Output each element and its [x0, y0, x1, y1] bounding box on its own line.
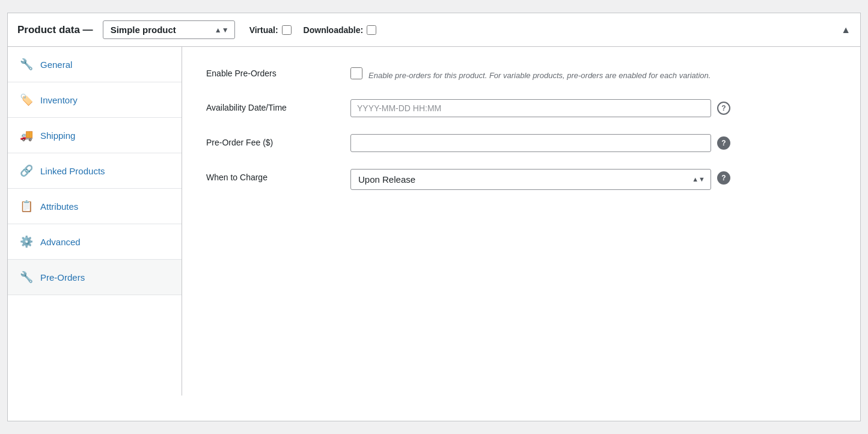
when-to-charge-label: When to Charge [206, 169, 338, 182]
availability-date-input[interactable] [350, 99, 711, 117]
sidebar-item-label-linked-products: Linked Products [40, 166, 105, 176]
pre-order-fee-row: Pre-Order Fee ($) ? [206, 134, 836, 152]
availability-date-field: ? [350, 99, 836, 117]
tag-icon: 🏷️ [20, 93, 33, 106]
sidebar-item-label-inventory: Inventory [40, 95, 78, 105]
pre-order-fee-field: ? [350, 134, 836, 152]
wrench-icon: 🔧 [20, 58, 33, 71]
sidebar-item-label-attributes: Attributes [40, 201, 78, 212]
downloadable-check-label: Downloadable: [304, 25, 377, 35]
main-content: Enable Pre-Orders Enable pre-orders for … [182, 47, 860, 396]
sidebar-item-label-shipping: Shipping [40, 130, 75, 141]
pre-orders-icon: 🔧 [20, 270, 33, 284]
sidebar-item-linked-products[interactable]: 🔗 Linked Products [8, 153, 182, 189]
availability-date-label: Availability Date/Time [206, 99, 338, 112]
sidebar-item-shipping[interactable]: 🚚 Shipping [8, 118, 182, 153]
sidebar-item-general[interactable]: 🔧 General [8, 47, 182, 82]
when-to-charge-select[interactable]: Upon Release Upfront [350, 169, 711, 190]
virtual-label: Virtual: [249, 25, 278, 35]
when-to-charge-help-icon[interactable]: ? [717, 171, 730, 185]
collapse-button[interactable]: ▲ [841, 25, 851, 35]
pre-order-fee-label: Pre-Order Fee ($) [206, 134, 338, 147]
enable-pre-orders-label: Enable Pre-Orders [206, 65, 338, 78]
sidebar-item-advanced[interactable]: ⚙️ Advanced [8, 224, 182, 260]
list-icon: 📋 [20, 200, 33, 213]
sidebar-item-label-advanced: Advanced [40, 237, 81, 247]
collapse-icon: ▲ [841, 25, 851, 35]
enable-pre-orders-description: Enable pre-orders for this product. For … [368, 70, 711, 82]
availability-date-row: Availability Date/Time ? [206, 99, 836, 117]
sidebar: 🔧 General 🏷️ Inventory 🚚 Shipping 🔗 Link… [8, 47, 182, 396]
pre-order-fee-input[interactable] [350, 134, 711, 152]
product-type-select-wrapper[interactable]: Simple product ▲▼ [103, 20, 235, 39]
pre-order-fee-help-icon[interactable]: ? [717, 136, 730, 150]
when-to-charge-select-wrapper[interactable]: Upon Release Upfront ▲▼ [350, 169, 711, 190]
when-to-charge-row: When to Charge Upon Release Upfront ▲▼ ? [206, 169, 836, 190]
link-icon: 🔗 [20, 164, 33, 177]
sidebar-item-pre-orders[interactable]: 🔧 Pre-Orders [8, 260, 182, 295]
virtual-check-label: Virtual: [249, 25, 292, 35]
enable-pre-orders-checkbox[interactable] [350, 67, 362, 79]
sidebar-item-label-general: General [40, 60, 72, 70]
sidebar-item-label-pre-orders: Pre-Orders [40, 272, 85, 283]
sidebar-item-attributes[interactable]: 📋 Attributes [8, 189, 182, 224]
when-to-charge-field: Upon Release Upfront ▲▼ ? [350, 169, 836, 190]
virtual-checkbox[interactable] [282, 25, 292, 35]
availability-date-help-icon[interactable]: ? [717, 102, 730, 115]
truck-icon: 🚚 [20, 129, 33, 142]
product-type-select[interactable]: Simple product [103, 20, 235, 39]
downloadable-label: Downloadable: [304, 25, 364, 35]
enable-pre-orders-field: Enable pre-orders for this product. For … [350, 65, 836, 82]
product-data-title: Product data — [17, 24, 93, 36]
enable-pre-orders-row: Enable Pre-Orders Enable pre-orders for … [206, 65, 836, 82]
gear-icon: ⚙️ [20, 235, 33, 248]
sidebar-item-inventory[interactable]: 🏷️ Inventory [8, 82, 182, 118]
downloadable-checkbox[interactable] [367, 25, 376, 35]
